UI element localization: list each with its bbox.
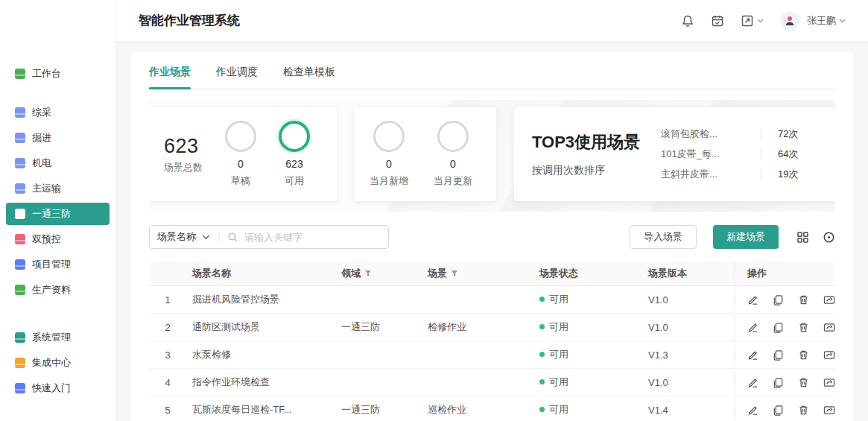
user-name: 张王鹏: [807, 14, 836, 28]
table-row[interactable]: 1 掘进机风险管控场景 可用 V1.0: [149, 286, 835, 314]
table-header-row: 场景名称 领域 场景 场景状态 场景版本 操作: [149, 261, 835, 286]
sidebar-item-system-management[interactable]: 系统管理: [6, 326, 110, 349]
delete-icon[interactable]: [798, 294, 809, 306]
workbench-icon: [15, 69, 25, 79]
production-icon: [15, 285, 25, 295]
search-field-select[interactable]: 场景名称: [157, 230, 196, 244]
sidebar-item-electromechanical[interactable]: 机电: [6, 152, 110, 174]
search-input[interactable]: [244, 232, 381, 243]
tab-checklist-templates[interactable]: 检查单模板: [283, 66, 335, 89]
col-actions: 操作: [735, 261, 835, 285]
export-icon[interactable]: [823, 322, 835, 333]
top-header: 智能作业管理系统 张王鹏: [116, 0, 868, 42]
copy-icon[interactable]: [773, 294, 784, 306]
quickstart-icon: [15, 383, 25, 393]
filter-funnel-icon: [451, 270, 458, 277]
export-icon[interactable]: [823, 405, 835, 416]
electromechanical-icon: [15, 158, 25, 168]
sidebar-item-production-data[interactable]: 生产资料: [6, 279, 110, 301]
col-scene-name: 场景名称: [186, 267, 335, 280]
status-dot: [539, 324, 545, 329]
user-menu[interactable]: 张王鹏: [780, 11, 846, 31]
col-scene-version: 场景版本: [642, 267, 735, 280]
sidebar-item-label: 主运输: [32, 182, 61, 195]
copy-icon[interactable]: [773, 322, 784, 333]
tab-operation-scheduling[interactable]: 作业调度: [216, 66, 258, 89]
main-card: 作业场景 作业调度 检查单模板 623 场景总数 0 草稿: [131, 52, 853, 421]
copy-icon[interactable]: [773, 349, 784, 361]
delete-icon[interactable]: [798, 405, 809, 416]
scene-type-cell: 检修作业: [422, 320, 533, 334]
sidebar-item-label: 双预控: [32, 232, 61, 246]
status-cell: 可用: [533, 376, 642, 389]
delete-icon[interactable]: [798, 322, 809, 333]
tab-operation-scenes[interactable]: 作业场景: [149, 66, 191, 89]
sidebar-item-fully-mechanized-mining[interactable]: 综采: [6, 101, 110, 124]
col-domain[interactable]: 领域: [335, 267, 422, 280]
sidebar-item-label: 生产资料: [32, 283, 71, 297]
copy-icon[interactable]: [773, 405, 784, 416]
draft-stat: 0 草稿: [225, 121, 256, 188]
sidebar-item-integration-center[interactable]: 集成中心: [6, 352, 110, 374]
top3-item-count: 72次: [761, 127, 798, 141]
copy-icon[interactable]: [773, 377, 784, 388]
status-dot: [539, 379, 545, 384]
scene-table: 场景名称 领域 场景 场景状态 场景版本 操作 1 掘进机风险管控场景 可用 V…: [149, 261, 835, 421]
calendar-icon[interactable]: [711, 14, 724, 28]
top3-item: 101皮带_每... 64次: [661, 148, 817, 161]
total-scenes-value: 623: [164, 135, 203, 158]
system-icon: [15, 332, 25, 343]
table-row[interactable]: 4 指令作业环境检查 可用 V1.0: [149, 369, 835, 396]
row-index: 4: [149, 377, 186, 388]
sidebar-item-label: 机电: [32, 156, 51, 170]
sidebar-item-dual-prevention-control[interactable]: 双预控: [6, 228, 110, 250]
delete-icon[interactable]: [798, 349, 809, 361]
top3-item: 主斜井皮带... 19次: [661, 168, 817, 181]
edit-icon[interactable]: [747, 377, 758, 388]
edit-icon[interactable]: [747, 349, 758, 361]
excavation-icon: [15, 133, 25, 143]
table-settings-icon[interactable]: [823, 231, 835, 244]
version-cell: V1.0: [642, 294, 735, 306]
sidebar-item-main-transport[interactable]: 主运输: [6, 177, 110, 200]
project-icon: [15, 259, 25, 270]
sidebar-item-project-management[interactable]: 项目管理: [6, 253, 110, 276]
card-view-icon[interactable]: [796, 231, 809, 244]
table-row[interactable]: 5 瓦斯浓度每日巡检-TF... 一通三防 巡检作业 可用 V1.4: [149, 396, 835, 421]
filter-funnel-icon: [364, 270, 372, 277]
chevron-down-icon: [839, 19, 846, 23]
available-stat: 623 可用: [279, 121, 310, 188]
draft-value: 0: [238, 158, 244, 170]
edit-icon[interactable]: [747, 405, 758, 416]
top3-list: 滚筒包胶检... 72次 101皮带_每... 64次 主斜井皮带... 19次: [661, 127, 817, 181]
notification-bell-icon[interactable]: [681, 14, 694, 28]
integration-icon: [15, 358, 25, 368]
domain-cell: 一通三防: [335, 403, 422, 417]
sidebar-item-excavation[interactable]: 掘进: [6, 127, 110, 149]
export-icon[interactable]: [823, 294, 835, 306]
col-scene[interactable]: 场景: [422, 267, 533, 280]
total-scenes-label: 场景总数: [164, 161, 203, 174]
sidebar-item-ventilation-three-prevention[interactable]: 一通三防: [6, 203, 110, 225]
sidebar-item-workbench[interactable]: 工作台: [6, 63, 110, 85]
monthly-new-value: 0: [386, 158, 392, 170]
search-icon: [227, 232, 238, 243]
row-index: 2: [149, 322, 186, 333]
app-box-icon[interactable]: [741, 14, 764, 28]
import-scene-button[interactable]: 导入场景: [630, 225, 697, 249]
delete-icon[interactable]: [798, 377, 809, 388]
top3-item: 滚筒包胶检... 72次: [661, 127, 817, 141]
top3-panel: TOP3使用场景 按调用次数排序 滚筒包胶检... 72次 101皮带_每...…: [514, 107, 835, 201]
scene-name-cell: 通防区测试场景: [186, 320, 335, 334]
table-row[interactable]: 2 通防区测试场景 一通三防 检修作业 可用 V1.0: [149, 314, 835, 341]
table-row[interactable]: 3 水泵检修 可用 V1.3: [149, 341, 835, 369]
monthly-updated-label: 当月更新: [434, 174, 472, 188]
export-icon[interactable]: [823, 349, 835, 361]
sidebar-item-quick-start[interactable]: 快速入门: [6, 377, 110, 399]
export-icon[interactable]: [823, 377, 835, 388]
status-dot: [539, 297, 545, 302]
edit-icon[interactable]: [747, 322, 758, 333]
create-scene-button[interactable]: 新建场景: [713, 225, 779, 249]
sidebar: 工作台 综采 掘进 机电 主运输 一通三防 双预控 项目管理: [0, 0, 116, 421]
edit-icon[interactable]: [747, 294, 758, 306]
